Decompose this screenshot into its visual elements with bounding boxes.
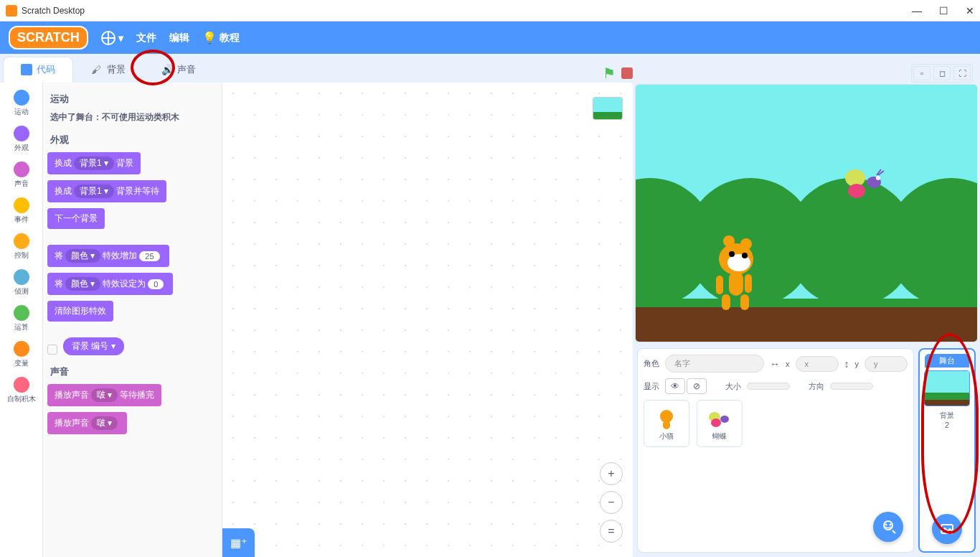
stage-fullscreen-button[interactable]: ⛶ (953, 66, 971, 80)
category-variables[interactable]: 变量 (0, 337, 42, 373)
backdrop-label: 背景 (940, 411, 954, 421)
category-label: 声音 (14, 179, 29, 189)
scripts-workspace[interactable]: + − = ▦⁺ (222, 83, 633, 557)
block-switch-backdrop-wait[interactable]: 换成背景1 ▾背景并等待 (47, 180, 166, 202)
block-clear-effects[interactable]: 清除图形特效 (47, 301, 113, 322)
tutorials-menu[interactable]: 💡教程 (202, 31, 240, 45)
sprite-label: 角色 (644, 358, 659, 369)
sprite-tile-label: 小猫 (659, 431, 674, 441)
block-play-sound-until-done[interactable]: 播放声音啵 ▾等待播完 (47, 384, 161, 406)
category-events[interactable]: 事件 (0, 193, 42, 229)
motion-header: 运动 (50, 93, 217, 106)
category-sensing[interactable]: 侦测 (0, 265, 42, 301)
stage-selected-message: 选中了舞台：不可使用运动类积木 (50, 111, 217, 123)
extension-button[interactable]: ▦⁺ (222, 528, 255, 557)
edit-menu[interactable]: 编辑 (169, 32, 189, 45)
block-next-backdrop[interactable]: 下一个背景 (47, 208, 105, 229)
zoom-out-button[interactable]: − (600, 491, 623, 514)
category-myblocks[interactable]: 自制积木 (0, 373, 42, 408)
reporter-checkbox[interactable] (47, 345, 57, 355)
blocks-palette[interactable]: 运动 选中了舞台：不可使用运动类积木 外观 换成背景1 ▾背景 换成背景1 ▾背… (43, 83, 222, 557)
svg-point-21 (885, 524, 887, 526)
category-label: 外观 (14, 143, 29, 153)
sprite-direction-input[interactable] (830, 383, 873, 390)
stage-thumbnail[interactable] (924, 370, 970, 406)
sprite-y-input[interactable]: y (864, 356, 908, 372)
menubar: SCRATCH ▾ 文件 编辑 💡教程 (0, 22, 980, 54)
block-switch-backdrop[interactable]: 换成背景1 ▾背景 (47, 152, 141, 174)
tab-code-label: 代码 (37, 63, 55, 76)
category-label: 运算 (14, 322, 29, 332)
svg-rect-8 (740, 294, 749, 310)
block-change-effect[interactable]: 将颜色 ▾特效增加25 (47, 245, 169, 267)
svg-point-1 (723, 235, 735, 247)
svg-point-18 (711, 418, 721, 427)
sprite-info-panel: 角色 名字 ↔ x x ↕ y y 显示 👁 ⊘ 大小 (637, 348, 914, 553)
category-column: 运动 外观 声音 事件 控制 侦测 运算 变量 自制积木 (0, 83, 43, 557)
editor-tabs: 代码 背景 声音 ⚑ ▫ ◻ ⛶ (0, 54, 980, 83)
cat-sprite (707, 234, 772, 313)
zoom-reset-button[interactable]: = (600, 520, 623, 543)
backdrop-count: 2 (945, 421, 949, 429)
code-icon (21, 64, 32, 75)
category-label: 运动 (14, 107, 29, 117)
stage-selector[interactable]: 舞台 背景 2 (918, 348, 976, 553)
sprite-tile-cat[interactable]: 小猫 (644, 400, 689, 447)
category-motion[interactable]: 运动 (0, 85, 42, 121)
brush-icon (91, 64, 103, 75)
sprite-tile-label: 蝴蝶 (712, 431, 727, 441)
x-label: x (786, 360, 790, 368)
category-looks[interactable]: 外观 (0, 121, 42, 157)
tab-code[interactable]: 代码 (3, 57, 73, 83)
stop-button[interactable] (621, 67, 633, 79)
svg-point-14 (876, 176, 880, 180)
sprite-size-input[interactable] (747, 383, 790, 390)
category-control[interactable]: 控制 (0, 229, 42, 265)
y-label: y (855, 360, 859, 368)
sound-icon (161, 64, 173, 75)
category-label: 事件 (14, 215, 29, 225)
tutorials-label: 教程 (220, 32, 240, 45)
language-menu[interactable]: ▾ (101, 31, 123, 45)
close-button[interactable]: ✕ (966, 5, 974, 17)
maximize-button[interactable]: ☐ (939, 5, 948, 17)
svg-rect-10 (745, 274, 752, 293)
tab-backdrops[interactable]: 背景 (73, 57, 143, 83)
sprite-name-input[interactable]: 名字 (665, 355, 764, 373)
globe-icon (101, 31, 116, 45)
category-label: 侦测 (14, 286, 29, 296)
stage-small-button[interactable]: ▫ (913, 66, 930, 80)
svg-rect-7 (722, 294, 730, 310)
looks-header: 外观 (50, 134, 217, 146)
block-set-effect[interactable]: 将颜色 ▾特效设定为0 (47, 273, 173, 295)
workspace-backdrop-thumb (593, 97, 623, 120)
stage-large-button[interactable]: ◻ (933, 66, 951, 80)
sprite-tile-butterfly[interactable]: 蝴蝶 (697, 400, 743, 447)
zoom-in-button[interactable]: + (600, 462, 623, 485)
tab-sounds[interactable]: 声音 (143, 57, 214, 83)
add-backdrop-button[interactable] (932, 514, 962, 544)
add-sprite-button[interactable] (873, 512, 903, 542)
svg-rect-9 (716, 276, 723, 294)
svg-point-4 (729, 251, 735, 257)
svg-point-22 (890, 524, 892, 526)
sprite-x-input[interactable]: x (796, 356, 839, 372)
category-operators[interactable]: 运算 (0, 301, 42, 337)
show-label: 显示 (644, 381, 659, 392)
tab-backdrops-label: 背景 (107, 63, 126, 76)
butterfly-sprite (841, 164, 891, 200)
tab-sounds-label: 声音 (177, 63, 196, 76)
reporter-backdrop-number[interactable]: 背景 编号 ▾ (63, 337, 124, 355)
category-sound[interactable]: 声音 (0, 157, 42, 193)
stage-preview[interactable] (635, 84, 978, 342)
show-sprite-button[interactable]: 👁 (665, 378, 685, 394)
svg-rect-6 (729, 271, 743, 296)
stage-column-label: 舞台 (925, 354, 969, 368)
file-menu[interactable]: 文件 (136, 32, 156, 45)
block-play-sound[interactable]: 播放声音啵 ▾ (47, 412, 127, 434)
app-icon (6, 5, 17, 17)
green-flag-button[interactable]: ⚑ (603, 65, 616, 82)
hide-sprite-button[interactable]: ⊘ (687, 378, 707, 394)
scratch-logo: SCRATCH (9, 26, 88, 50)
minimize-button[interactable]: — (912, 5, 922, 17)
